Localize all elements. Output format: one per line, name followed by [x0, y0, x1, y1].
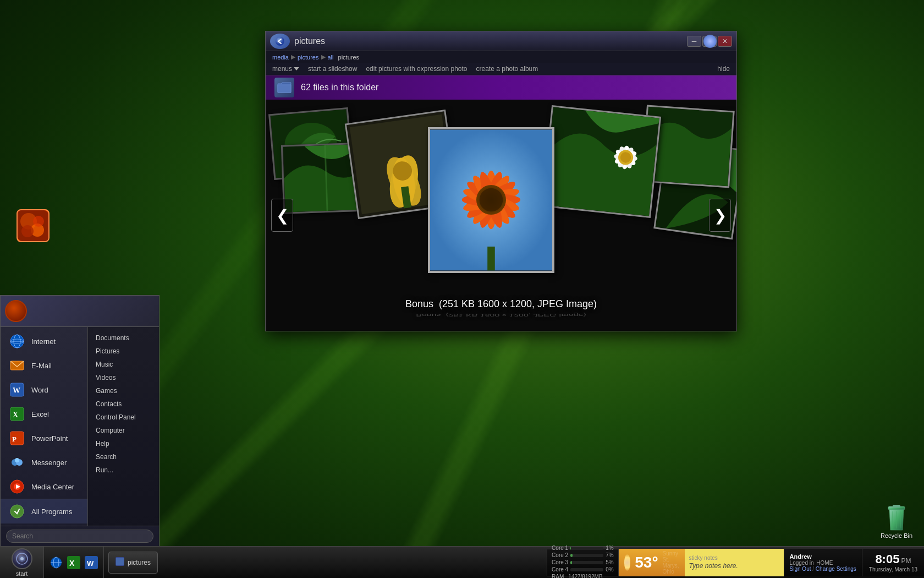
start-menu-search-bar	[1, 526, 159, 546]
breadcrumb-all[interactable]: all	[328, 54, 334, 61]
start-right-help[interactable]: Help	[88, 437, 159, 450]
start-orb	[12, 548, 32, 569]
core3-value: 5%	[606, 559, 613, 566]
svg-text:X: X	[13, 411, 18, 419]
window-toolbar: menus start a slideshow edit pictures wi…	[266, 63, 736, 75]
clock-time: 8:05	[875, 552, 899, 566]
nav-right-button[interactable]: ❯	[709, 199, 731, 232]
sticky-notes-content[interactable]: Type notes here.	[689, 562, 779, 570]
start-item-email[interactable]: E-Mail	[1, 353, 87, 378]
window-back-button[interactable]	[270, 34, 290, 49]
recycle-bin[interactable]: Recycle Bin	[880, 502, 913, 541]
info-bar: 62 files in this folder	[266, 75, 736, 100]
start-item-all-programs[interactable]: All Programs	[1, 499, 87, 524]
desktop-icon-image	[16, 209, 50, 242]
photo-album-button[interactable]: create a photo album	[476, 65, 538, 73]
start-right-run[interactable]: Run...	[88, 464, 159, 477]
user-name-text: Andrew	[790, 553, 856, 560]
folder-icon	[274, 78, 294, 97]
pictures-window: pictures ─ □ ✕ media ▶ pictures ▶ all pi…	[265, 31, 737, 331]
taskbar-item-icon	[116, 557, 124, 568]
desktop-icon[interactable]	[16, 209, 61, 253]
start-right-documents[interactable]: Documents	[88, 331, 159, 345]
cpu-monitor-widget: Core 1 1% Core 2 7% Core 3 5%	[547, 549, 618, 576]
start-item-messenger[interactable]: Messenger	[1, 450, 87, 475]
ie-icon	[8, 332, 26, 350]
svg-point-34	[480, 188, 503, 211]
core2-label: Core 2	[552, 552, 568, 559]
nav-left-button[interactable]: ❮	[271, 199, 293, 232]
excel-label: Excel	[31, 410, 49, 418]
svg-point-70	[20, 557, 24, 560]
core4-label: Core 4	[552, 566, 568, 573]
slideshow-button[interactable]: start a slideshow	[308, 65, 357, 73]
core4-bar	[570, 568, 603, 571]
file-count-text: 62 files in this folder	[301, 83, 378, 92]
svg-text:P: P	[12, 435, 16, 443]
core1-fill	[570, 547, 571, 550]
start-right-music[interactable]: Music	[88, 358, 159, 371]
breadcrumb-pictures[interactable]: pictures	[298, 54, 319, 61]
messenger-label: Messenger	[31, 459, 67, 467]
core3-bar	[570, 561, 603, 564]
svg-point-65	[15, 458, 19, 462]
media-center-icon	[8, 478, 26, 495]
start-right-videos[interactable]: Videos	[88, 371, 159, 384]
ppt-icon: P	[8, 429, 26, 447]
close-button[interactable]: ✕	[718, 36, 732, 47]
start-button[interactable]: start	[0, 547, 44, 579]
svg-rect-81	[893, 505, 900, 508]
start-item-excel[interactable]: X Excel	[1, 402, 87, 426]
photo-thumb-daisy-bg[interactable]	[541, 105, 661, 218]
taskbar-pictures-item[interactable]: pictures	[108, 552, 158, 574]
start-right-contacts[interactable]: Contacts	[88, 397, 159, 411]
start-menu-header	[1, 296, 159, 327]
all-programs-label: All Programs	[31, 508, 72, 516]
start-item-powerpoint[interactable]: P PowerPoint	[1, 426, 87, 450]
start-right-games[interactable]: Games	[88, 384, 159, 397]
start-search-input[interactable]	[6, 530, 153, 543]
core2-bar	[570, 554, 603, 557]
start-right-control-panel[interactable]: Control Panel	[88, 411, 159, 424]
svg-rect-35	[487, 247, 495, 270]
recycle-bin-icon	[884, 504, 909, 531]
photo-main-flower[interactable]	[428, 127, 554, 273]
user-actions[interactable]: Sign Out / Change Settings	[790, 566, 856, 572]
quick-ie-icon[interactable]	[48, 555, 64, 570]
clock-ampm: PM	[901, 557, 911, 565]
weather-temperature: 53°	[635, 554, 658, 571]
menus-button[interactable]: menus	[272, 65, 299, 73]
cpu-core3-row: Core 3 5%	[552, 559, 613, 566]
start-menu-right-panel: Documents Pictures Music Videos Games Co…	[87, 327, 159, 526]
start-item-media-center[interactable]: Media Center	[1, 475, 87, 499]
svg-line-84	[900, 511, 901, 528]
start-menu-left-panel: Internet E-Mail W Word	[1, 327, 87, 526]
minimize-button[interactable]: ─	[687, 36, 701, 47]
window-titlebar: pictures ─ □ ✕	[266, 31, 736, 51]
weather-widget[interactable]: 53° Sunny St. Marys, Ohio	[619, 549, 685, 576]
svg-text:W: W	[13, 386, 20, 395]
quick-excel-icon[interactable]: X	[66, 555, 81, 570]
email-icon	[8, 357, 26, 374]
breadcrumb-media[interactable]: media	[272, 54, 289, 61]
quick-word-icon[interactable]: W	[84, 555, 99, 570]
sticky-notes-widget[interactable]: sticky notes Type notes here.	[685, 549, 784, 576]
internet-label: Internet	[31, 337, 56, 346]
edit-pictures-button[interactable]: edit pictures with expression photo	[366, 65, 467, 73]
start-label: start	[16, 570, 28, 577]
svg-rect-79	[116, 558, 124, 565]
core3-fill	[570, 561, 572, 564]
start-item-word[interactable]: W Word	[1, 378, 87, 402]
recycle-bin-label: Recycle Bin	[881, 532, 912, 539]
start-right-search[interactable]: Search	[88, 450, 159, 464]
taskbar: start X W	[0, 546, 924, 578]
sign-out-link[interactable]: Sign Out	[790, 566, 811, 572]
start-right-computer[interactable]: Computer	[88, 424, 159, 437]
all-programs-icon	[8, 503, 26, 520]
start-right-pictures[interactable]: Pictures	[88, 345, 159, 358]
hide-button[interactable]: hide	[717, 65, 730, 73]
change-settings-link[interactable]: Change Settings	[816, 566, 856, 572]
photo-details-text: (251 KB 1600 x 1200, JPEG Image)	[439, 298, 597, 309]
start-item-internet[interactable]: Internet	[1, 329, 87, 353]
weather-sun-icon	[624, 554, 631, 571]
